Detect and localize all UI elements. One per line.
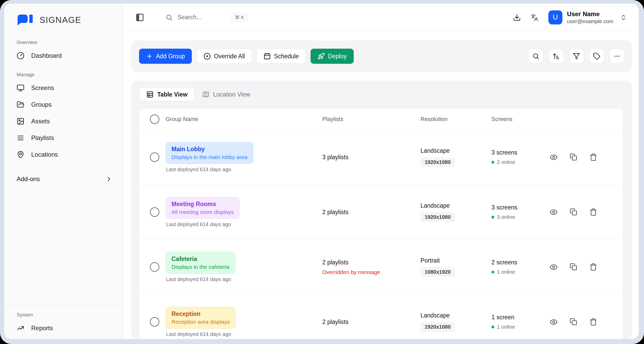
- gauge-icon: [17, 52, 24, 60]
- sidebar-item-label: Playlists: [31, 134, 54, 142]
- sidebar-item-groups[interactable]: Groups: [16, 97, 114, 112]
- resolution-badge: 1920x1080: [420, 157, 455, 167]
- pisignage-logo-icon: [16, 15, 36, 26]
- online-count: 1 online: [497, 324, 515, 330]
- brand-logo: SIGNAGE: [16, 4, 114, 33]
- orientation: Portrait: [420, 257, 491, 264]
- global-search[interactable]: ⌘ K: [166, 13, 247, 22]
- filter-button[interactable]: [569, 49, 584, 63]
- calendar-icon: [264, 53, 271, 60]
- orientation: Landscape: [420, 202, 491, 209]
- view-group-button[interactable]: [550, 153, 558, 161]
- sidebar-item-locations[interactable]: Locations: [16, 147, 114, 162]
- view-group-button[interactable]: [550, 263, 558, 271]
- filter-funnel-icon: [573, 53, 580, 60]
- deploy-button[interactable]: Deploy: [311, 49, 354, 64]
- image-icon: [17, 117, 24, 125]
- group-description: All meeting room displays: [172, 209, 234, 215]
- sidebar-item-assets[interactable]: Assets: [16, 114, 114, 129]
- sidebar-item-label: Locations: [31, 151, 58, 158]
- override-all-button[interactable]: Override All: [196, 49, 252, 64]
- sidebar-item-label: Groups: [31, 101, 52, 108]
- playlists-count: 2 playlists: [322, 209, 420, 216]
- row-checkbox[interactable]: [150, 262, 159, 272]
- sidebar-item-addons[interactable]: Add-ons: [16, 172, 114, 186]
- add-group-label: Add Group: [156, 53, 185, 60]
- user-name: User Name: [567, 10, 613, 18]
- delete-group-button[interactable]: [589, 263, 597, 271]
- chevron-right-icon: [106, 176, 112, 182]
- sort-button[interactable]: [549, 49, 563, 63]
- sidebar-item-label: Assets: [31, 118, 50, 125]
- delete-group-button[interactable]: [589, 318, 597, 326]
- rocket-icon: [318, 53, 325, 60]
- sort-ascending-icon: [553, 53, 560, 60]
- tab-table-view[interactable]: Table View: [140, 88, 194, 101]
- copy-icon: [570, 208, 577, 216]
- delete-group-button[interactable]: [589, 208, 597, 216]
- sidebar-item-playlists[interactable]: Playlists: [16, 131, 114, 145]
- sidebar-item-label: Dashboard: [31, 52, 62, 59]
- tags-button[interactable]: [589, 49, 604, 63]
- table-search-button[interactable]: [529, 49, 543, 63]
- search-icon: [532, 53, 540, 60]
- duplicate-group-button[interactable]: [570, 263, 577, 271]
- map-icon: [202, 91, 209, 98]
- tag-icon: [593, 53, 600, 60]
- section-system: System: [17, 312, 114, 318]
- duplicate-group-button[interactable]: [570, 318, 577, 326]
- user-email: user@example.com: [567, 18, 613, 24]
- row-checkbox[interactable]: [150, 207, 159, 217]
- groups-table: Group Name Playlists Resolution Screens …: [140, 109, 623, 339]
- duplicate-group-button[interactable]: [570, 208, 577, 216]
- row-checkbox[interactable]: [150, 317, 159, 327]
- app-frame: SIGNAGE Overview Dashboard Manage Screen…: [0, 0, 644, 344]
- download-icon[interactable]: [513, 14, 521, 21]
- delete-group-button[interactable]: [589, 153, 597, 161]
- tab-location-view[interactable]: Location View: [202, 91, 250, 98]
- search-icon: [166, 14, 173, 21]
- group-name: Reception: [172, 310, 230, 317]
- group-name-pill[interactable]: Reception Reception area displays: [166, 307, 236, 329]
- add-group-button[interactable]: Add Group: [139, 49, 192, 64]
- actions-toolbar: Add Group Override All Schedule: [131, 40, 632, 72]
- tab-location-label: Location View: [213, 91, 250, 98]
- languages-icon[interactable]: [531, 14, 538, 21]
- chevrons-up-down-icon: [620, 14, 627, 21]
- sidebar-item-screens[interactable]: Screens: [16, 81, 114, 95]
- sidebar-toggle-icon[interactable]: [135, 13, 144, 22]
- column-playlists: Playlists: [322, 116, 420, 123]
- group-name-pill[interactable]: Meeting Rooms All meeting room displays: [166, 197, 240, 219]
- tab-table-label: Table View: [157, 91, 188, 98]
- more-options-button[interactable]: [610, 49, 624, 63]
- screens-count: 3 screens: [491, 149, 543, 156]
- group-name-pill[interactable]: Cafeteria Displays in the cafeteria: [166, 252, 235, 274]
- sidebar-item-dashboard[interactable]: Dashboard: [16, 48, 114, 63]
- trash-icon: [589, 263, 597, 271]
- toolbar-icon-group: [529, 49, 624, 63]
- deploy-label: Deploy: [328, 53, 347, 60]
- schedule-button[interactable]: Schedule: [257, 49, 306, 64]
- override-all-label: Override All: [214, 53, 245, 60]
- eye-icon: [550, 208, 558, 216]
- duplicate-group-button[interactable]: [570, 153, 577, 161]
- row-checkbox[interactable]: [150, 152, 159, 162]
- playlists-count: 2 playlists: [322, 259, 420, 266]
- column-resolution: Resolution: [420, 116, 491, 123]
- copy-icon: [570, 318, 577, 326]
- user-menu[interactable]: U User Name user@example.com: [548, 10, 627, 24]
- ellipsis-icon: [613, 53, 621, 60]
- sidebar-item-reports[interactable]: Reports: [16, 321, 114, 335]
- view-group-button[interactable]: [550, 208, 558, 216]
- copy-icon: [570, 153, 577, 161]
- schedule-label: Schedule: [274, 53, 299, 60]
- main-area: ⌘ K U User Name user@example.com: [123, 4, 639, 339]
- search-input[interactable]: [178, 14, 227, 21]
- group-name: Meeting Rooms: [172, 201, 234, 208]
- view-group-button[interactable]: [550, 318, 558, 326]
- sidebar: SIGNAGE Overview Dashboard Manage Screen…: [4, 4, 123, 339]
- group-name-pill[interactable]: Main Lobby Displays in the main lobby ar…: [166, 142, 253, 164]
- select-all-checkbox[interactable]: [150, 114, 159, 124]
- table-icon: [146, 91, 154, 98]
- folder-open-icon: [17, 101, 24, 109]
